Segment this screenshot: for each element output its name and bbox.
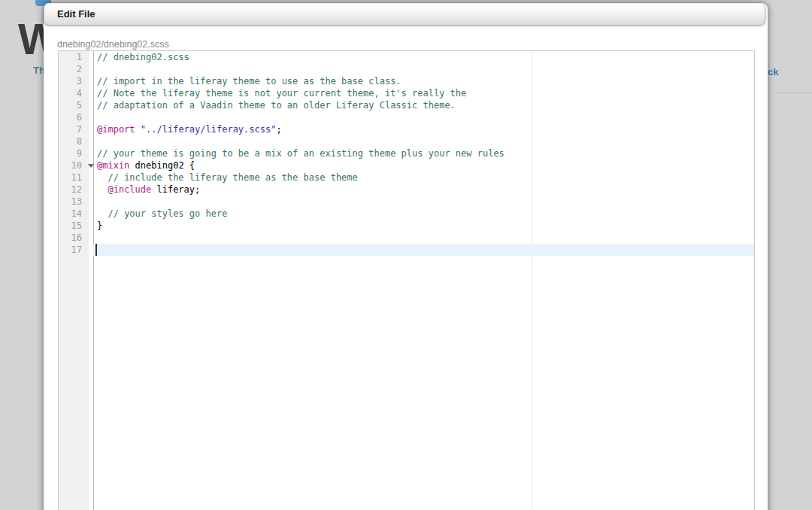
code-line[interactable] (94, 232, 754, 244)
edit-file-dialog: Edit File dnebing02/dnebing02.scss 12345… (44, 3, 768, 510)
code-line[interactable]: // Note the liferay theme is not your cu… (94, 87, 754, 99)
code-line[interactable]: @mixin dnebing02 { (94, 159, 754, 172)
gutter-line-number: 11 (59, 172, 89, 184)
gutter-line-number: 2 (59, 63, 89, 75)
code-editor[interactable]: 1234567891011121314151617 // dnebing02.s… (58, 50, 755, 510)
text-cursor (95, 244, 97, 256)
gutter-line-number: 1 (59, 51, 89, 63)
code-line[interactable] (94, 63, 754, 75)
gutter-line-number: 12 (59, 184, 89, 196)
code-line[interactable] (94, 111, 754, 123)
code-line[interactable]: } (94, 220, 754, 232)
editor-gutter: 1234567891011121314151617 (59, 51, 89, 510)
background-link-fragment[interactable]: ck (768, 66, 778, 77)
gutter-line-number: 8 (59, 135, 89, 147)
gutter-line-number: 13 (59, 196, 89, 208)
gutter-line-number: 3 (59, 75, 89, 87)
file-path-label: dnebing02/dnebing02.scss (57, 39, 169, 50)
editor-surface: 1234567891011121314151617 // dnebing02.s… (59, 51, 754, 510)
gutter-line-number: 7 (59, 123, 89, 135)
code-line[interactable]: // your styles go here (94, 208, 754, 220)
gutter-line-number: 14 (59, 208, 89, 220)
gutter-line-number: 10 (59, 159, 89, 172)
gutter-line-number: 9 (59, 147, 89, 159)
code-line[interactable]: @import "../liferay/liferay.scss"; (94, 123, 754, 135)
code-line[interactable] (94, 244, 754, 256)
background-panel-border (773, 93, 812, 93)
gutter-line-number: 5 (59, 99, 89, 111)
code-line[interactable]: // adaptation of a Vaadin theme to an ol… (94, 99, 754, 111)
dialog-titlebar[interactable]: Edit File (44, 3, 765, 26)
gutter-line-number: 6 (59, 111, 89, 123)
code-line[interactable]: @include liferay; (94, 184, 754, 196)
code-line[interactable] (94, 135, 754, 147)
gutter-line-number: 4 (59, 87, 89, 99)
code-line[interactable]: // dnebing02.scss (94, 51, 754, 63)
code-line[interactable]: // include the liferay theme as the base… (94, 172, 754, 184)
gutter-line-number: 16 (59, 232, 89, 244)
dialog-title: Edit File (57, 4, 95, 25)
gutter-line-number: 15 (59, 220, 89, 232)
code-line[interactable]: // your theme is going to be a mix of an… (94, 147, 754, 159)
gutter-line-number: 17 (59, 244, 89, 256)
code-area[interactable]: // dnebing02.scss// import in the lifera… (94, 51, 754, 510)
code-line[interactable]: // import in the liferay theme to use as… (94, 75, 754, 87)
code-line[interactable] (94, 196, 754, 208)
